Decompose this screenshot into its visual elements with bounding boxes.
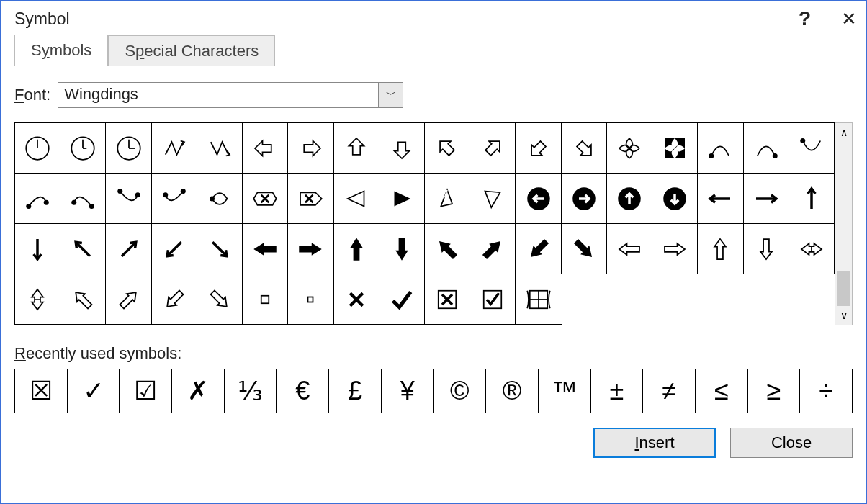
recent-x-mark[interactable]: ✗: [172, 369, 225, 413]
symbol-box-check[interactable]: [470, 274, 516, 325]
symbol-arrow-thin-ne[interactable]: [106, 224, 151, 274]
symbol-arrow-outline-sw[interactable]: [152, 274, 197, 325]
svg-line-31: [122, 242, 136, 256]
recent-row: ☒✓☑✗⅓€£¥©®™±≠≤≥÷: [14, 369, 853, 413]
svg-line-33: [212, 242, 227, 256]
insert-button[interactable]: Insert: [593, 428, 716, 458]
symbol-ribbon-nw[interactable]: [425, 123, 470, 174]
recent-one-third[interactable]: ⅓: [225, 369, 277, 413]
symbol-swoosh8[interactable]: [197, 174, 243, 224]
symbol-clock1[interactable]: [15, 123, 60, 174]
recent-box-x[interactable]: ☒: [15, 369, 68, 413]
symbol-arrow-outline-down[interactable]: [744, 224, 789, 274]
symbol-arrow-fat-se[interactable]: [562, 224, 607, 274]
symbol-tri-up[interactable]: [425, 174, 470, 224]
symbol-ribbon-down[interactable]: [379, 123, 425, 174]
recent-trademark[interactable]: ™: [539, 369, 591, 413]
symbol-ribbon-left[interactable]: [243, 123, 288, 174]
tab-special-characters[interactable]: Special Characters: [108, 35, 275, 66]
symbol-arrow-fat-right[interactable]: [288, 224, 333, 274]
recent-copyright[interactable]: ©: [434, 369, 487, 413]
symbol-arrow-thin-sw[interactable]: [152, 224, 197, 274]
symbol-ribbon-ne[interactable]: [470, 123, 516, 174]
symbol-circ-right[interactable]: [562, 174, 607, 224]
symbol-arrow-thin-up[interactable]: [789, 174, 835, 224]
symbol-arrow-thin-se[interactable]: [197, 224, 243, 274]
symbol-swoosh6[interactable]: [106, 174, 151, 224]
recent-plus-minus[interactable]: ±: [591, 369, 644, 413]
symbol-arrow-fat-ne[interactable]: [470, 224, 516, 274]
symbol-arrow-outline-left[interactable]: [607, 224, 652, 274]
symbol-swoosh2[interactable]: [744, 123, 789, 174]
symbol-arrow-thin-down[interactable]: [15, 224, 60, 274]
symbol-hex-x-right[interactable]: [288, 174, 333, 224]
recent-box-check[interactable]: ☑: [120, 369, 172, 413]
symbol-ribbon-right[interactable]: [288, 123, 333, 174]
svg-point-17: [117, 189, 122, 194]
symbol-zigzag1[interactable]: [152, 123, 197, 174]
symbol-arrow-outline-right[interactable]: [652, 224, 698, 274]
symbol-circ-down[interactable]: [652, 174, 698, 224]
symbol-square-small[interactable]: [243, 274, 288, 325]
window-close-icon[interactable]: ✕: [841, 8, 857, 30]
symbol-swoosh4[interactable]: [15, 174, 60, 224]
recent-ge[interactable]: ≥: [748, 369, 801, 413]
symbol-arrow-outline-up[interactable]: [698, 224, 743, 274]
scroll-thumb[interactable]: [837, 271, 850, 306]
symbol-arrow-outline-lr[interactable]: [789, 224, 835, 274]
chevron-down-icon[interactable]: ﹀: [378, 83, 403, 107]
symbol-arrow-outline-nw[interactable]: [60, 274, 106, 325]
symbol-arrow-thin-right[interactable]: [744, 174, 789, 224]
recent-divide[interactable]: ÷: [800, 369, 852, 413]
symbol-arrow-outline-ud[interactable]: [15, 274, 60, 325]
symbol-arrow-thin-left[interactable]: [698, 174, 743, 224]
symbol-box-x[interactable]: [425, 274, 470, 325]
symbol-ribbon-up[interactable]: [334, 123, 379, 174]
symbol-ribbon-sw[interactable]: [516, 123, 561, 174]
symbol-hex-x[interactable]: [243, 174, 288, 224]
recent-euro[interactable]: €: [277, 369, 329, 413]
recent-not-equal[interactable]: ≠: [643, 369, 696, 413]
svg-rect-35: [308, 297, 313, 302]
symbol-arrow-outline-se[interactable]: [197, 274, 243, 325]
symbol-petal[interactable]: [607, 123, 652, 174]
recent-registered[interactable]: ®: [486, 369, 539, 413]
recent-le[interactable]: ≤: [696, 369, 748, 413]
scroll-down-icon[interactable]: ∨: [835, 306, 852, 325]
symbol-arrow-outline-ne[interactable]: [106, 274, 151, 325]
symbol-x-mark[interactable]: [334, 274, 379, 325]
font-select[interactable]: Wingdings ﹀: [58, 82, 403, 108]
symbol-swoosh7[interactable]: [152, 174, 197, 224]
scrollbar[interactable]: ∧ ∨: [835, 122, 853, 325]
symbol-tri-down[interactable]: [470, 174, 516, 224]
symbol-clock3[interactable]: [106, 123, 151, 174]
help-button[interactable]: ?: [799, 7, 811, 30]
symbol-square-smaller[interactable]: [288, 274, 333, 325]
symbol-clock2[interactable]: [60, 123, 106, 174]
symbol-arrow-fat-nw[interactable]: [425, 224, 470, 274]
scroll-up-icon[interactable]: ∧: [835, 123, 852, 142]
symbol-check[interactable]: [379, 274, 425, 325]
symbol-circ-up[interactable]: [607, 174, 652, 224]
symbol-petal-dark[interactable]: [652, 123, 698, 174]
symbol-circ-left[interactable]: [516, 174, 561, 224]
symbol-arrow-thin-nw[interactable]: [60, 224, 106, 274]
symbol-arrow-fat-up[interactable]: [334, 224, 379, 274]
symbol-arrow-fat-sw[interactable]: [516, 224, 561, 274]
symbol-arrow-fat-left[interactable]: [243, 224, 288, 274]
svg-point-11: [772, 153, 777, 158]
symbol-tri-left[interactable]: [334, 174, 379, 224]
recent-yen[interactable]: ¥: [382, 369, 434, 413]
tab-symbols[interactable]: Symbols: [14, 35, 108, 66]
symbol-swoosh1[interactable]: [698, 123, 743, 174]
symbol-ribbon-se[interactable]: [562, 123, 607, 174]
symbol-swoosh5[interactable]: [60, 174, 106, 224]
symbol-swoosh3[interactable]: [789, 123, 835, 174]
symbol-window-icon[interactable]: [516, 274, 561, 325]
recent-check[interactable]: ✓: [68, 369, 120, 413]
symbol-tri-right[interactable]: [379, 174, 425, 224]
close-button[interactable]: Close: [730, 428, 853, 458]
recent-pound[interactable]: £: [329, 369, 382, 413]
symbol-zigzag2[interactable]: [197, 123, 243, 174]
symbol-arrow-fat-down[interactable]: [379, 224, 425, 274]
